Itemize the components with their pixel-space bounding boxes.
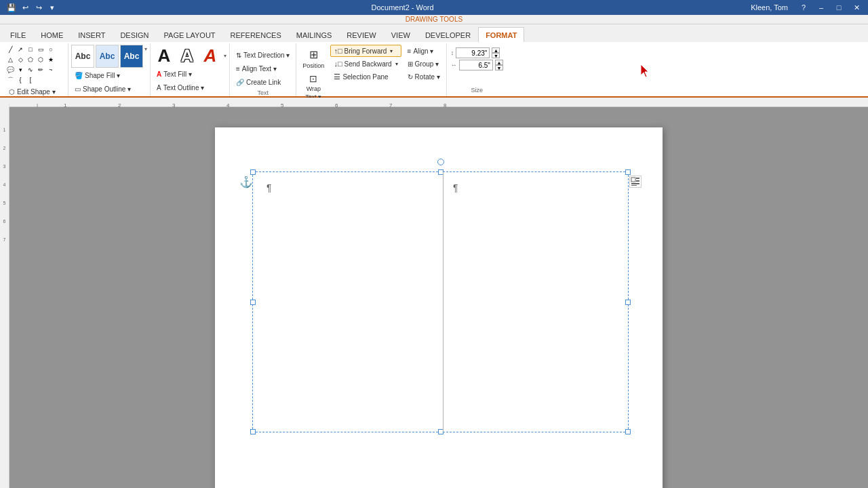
customize-button[interactable]: ▾: [46, 1, 58, 14]
shape-star[interactable]: ★: [46, 55, 56, 64]
handle-tr[interactable]: [625, 169, 631, 175]
selection-pane-icon: ☰: [334, 73, 340, 81]
tab-page-layout[interactable]: PAGE LAYOUT: [157, 27, 223, 42]
handle-ml[interactable]: [250, 300, 256, 305]
wordart-plain[interactable]: A: [153, 45, 175, 66]
width-up[interactable]: ▲: [495, 60, 503, 65]
height-input[interactable]: 9.23": [456, 47, 490, 58]
group-insert-shapes: ╱ ↗ □ ▭ ○ △ ◇ ⬠ ⬡ ★ 💬 ▾ ∿ ✏ ~ ⌒ { [: [3, 43, 68, 96]
editor-area: 1 2 3 4 5 6 7: [0, 107, 868, 488]
document-page[interactable]: ⚓ ¶ ¶: [215, 127, 663, 488]
user-name[interactable]: Kleen, Tom: [747, 1, 792, 14]
shape-arrow[interactable]: ↗: [16, 45, 25, 54]
shape-brace[interactable]: {: [16, 75, 25, 85]
rotate-handle[interactable]: [437, 159, 444, 165]
shape-callout[interactable]: 💬: [5, 65, 15, 75]
text-fill-button[interactable]: A Text Fill ▾: [153, 68, 226, 80]
minimize-button[interactable]: –: [815, 1, 827, 14]
shape-style-light[interactable]: Abc: [96, 45, 119, 68]
shape-outline-button[interactable]: ▭ Shape Outline ▾: [71, 83, 143, 95]
send-backward-dropdown[interactable]: ▾: [395, 61, 398, 67]
rotate-icon: ↻: [408, 73, 413, 81]
send-backward-button[interactable]: ↓□ Send Backward ▾: [330, 58, 401, 70]
width-input[interactable]: 6.5": [459, 60, 493, 70]
width-icon: ↔: [451, 62, 457, 68]
shape-rect[interactable]: □: [26, 45, 35, 54]
tab-file[interactable]: FILE: [3, 27, 33, 42]
wrap-text-button[interactable]: ⊡ Wrap Text ▾: [299, 73, 328, 100]
create-link-button[interactable]: 🔗 Create Link: [233, 76, 293, 88]
shape-triangle[interactable]: △: [5, 55, 15, 64]
help-button[interactable]: ?: [797, 1, 810, 14]
tab-design[interactable]: DESIGN: [113, 27, 156, 42]
tab-insert[interactable]: INSERT: [71, 27, 113, 42]
align-icon: ≡: [408, 47, 412, 55]
tab-references[interactable]: REFERENCES: [223, 27, 289, 42]
tab-developer[interactable]: DEVELOPER: [418, 27, 478, 42]
shape-fill-button[interactable]: 🪣 Shape Fill ▾: [71, 69, 143, 81]
text-direction-icon: ⇅: [236, 52, 241, 59]
svg-rect-3: [631, 183, 639, 184]
tab-mailings[interactable]: MAILINGS: [289, 27, 340, 42]
shape-curve[interactable]: ∿: [26, 65, 35, 75]
height-spinners: ▲ ▼: [492, 47, 500, 58]
close-button[interactable]: ✕: [850, 1, 863, 14]
text-direction-button[interactable]: ⇅ Text Direction ▾: [233, 49, 293, 61]
tab-view[interactable]: VIEW: [384, 27, 418, 42]
edit-shape-button[interactable]: ⬡ Edit Shape ▾: [5, 85, 59, 98]
bring-forward-icon: ↑□: [334, 47, 342, 55]
wordart-glow[interactable]: A: [199, 45, 221, 66]
tab-review[interactable]: REVIEW: [339, 27, 383, 42]
quick-access-toolbar: 💾 ↩ ↪ ▾: [5, 1, 58, 14]
handle-mr[interactable]: [625, 300, 631, 305]
bring-forward-button[interactable]: ↑□ Bring Forward ▾: [330, 45, 401, 57]
shape-curve2[interactable]: ⌒: [5, 75, 15, 85]
shape-hexagon[interactable]: ⬡: [36, 55, 45, 64]
height-down[interactable]: ▼: [492, 53, 500, 58]
shape-bracket[interactable]: [: [26, 75, 35, 85]
save-button[interactable]: 💾: [5, 1, 18, 14]
shape-freeform[interactable]: ✏: [36, 65, 45, 75]
text-outline-icon: A: [157, 84, 161, 92]
selection-pane-button[interactable]: ☰ Selection Pane: [330, 70, 401, 83]
tab-format[interactable]: FORMAT: [478, 27, 524, 42]
svg-rect-4: [631, 185, 637, 186]
shape-scribble[interactable]: ~: [46, 65, 56, 75]
handle-bl[interactable]: [250, 429, 256, 434]
shape-line[interactable]: ╱: [5, 45, 15, 54]
shape-fill-icon: 🪣: [75, 72, 83, 79]
rotate-button[interactable]: ↻ Rotate ▾: [404, 70, 443, 83]
group-button[interactable]: ⊞ Group ▾: [404, 58, 443, 70]
wordart-expand[interactable]: ▾: [222, 53, 226, 59]
shape-pentagon[interactable]: ⬠: [26, 55, 35, 64]
height-up[interactable]: ▲: [492, 47, 500, 53]
content-area: | 1 2 3 4 5 6 7 8 1 2 3 4 5 6 7: [0, 98, 868, 488]
position-icon: ⊞: [309, 48, 318, 61]
shape-circle[interactable]: ○: [46, 45, 56, 54]
shape-diamond[interactable]: ◇: [16, 55, 25, 64]
bring-forward-dropdown[interactable]: ▾: [390, 48, 393, 54]
shape-rounded-rect[interactable]: ▭: [36, 45, 45, 54]
shape-style-plain[interactable]: Abc: [71, 45, 94, 68]
shape-more[interactable]: ▾: [16, 65, 25, 75]
width-down[interactable]: ▼: [495, 65, 503, 70]
align-text-button[interactable]: ≡ Align Text ▾: [233, 62, 293, 75]
text-outline-button[interactable]: A Text Outline ▾: [153, 81, 226, 94]
shape-style-dark[interactable]: Abc: [120, 45, 143, 68]
redo-button[interactable]: ↪: [33, 1, 45, 14]
maximize-button[interactable]: □: [833, 1, 845, 14]
tab-home[interactable]: HOME: [33, 27, 71, 42]
textbox-selection[interactable]: ⚓ ¶ ¶: [252, 171, 629, 432]
send-backward-icon: ↓□: [334, 60, 342, 68]
undo-button[interactable]: ↩: [19, 1, 31, 14]
align-button[interactable]: ≡ Align ▾: [404, 45, 443, 57]
handle-tl[interactable]: [250, 169, 256, 175]
handle-br[interactable]: [625, 429, 631, 434]
pilcrow-2: ¶: [453, 182, 458, 193]
layout-options-icon[interactable]: [629, 176, 642, 188]
wordart-outline[interactable]: A: [176, 45, 198, 66]
position-button[interactable]: ⊞ Position: [299, 45, 328, 72]
scroll-area[interactable]: ⚓ ¶ ¶: [9, 107, 868, 488]
shape-styles-expand[interactable]: ▾: [144, 46, 147, 52]
wrap-text-icon: ⊡: [309, 73, 317, 84]
